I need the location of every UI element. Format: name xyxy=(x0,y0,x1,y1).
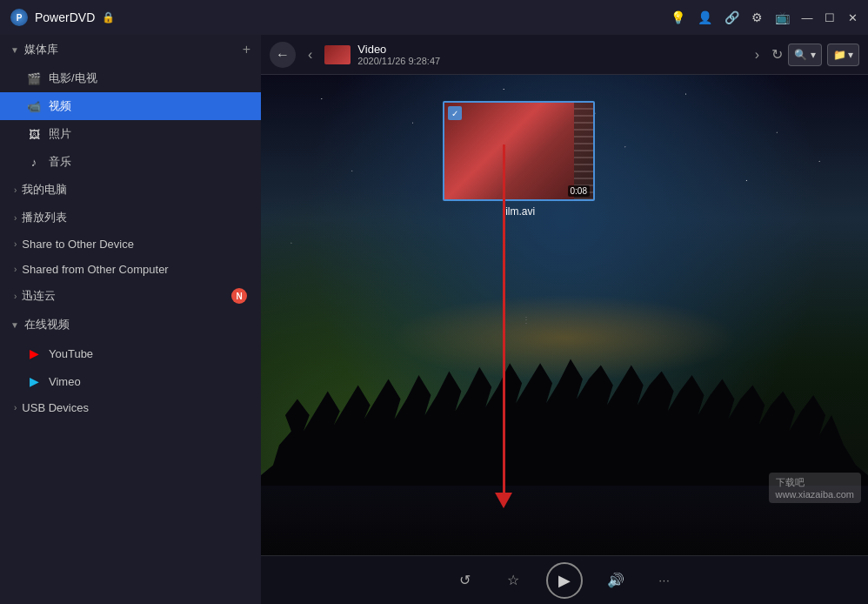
music-icon: ♪ xyxy=(26,154,42,170)
sidebar-collapse-handle[interactable]: ⋮ xyxy=(522,302,531,337)
movies-icon: 🎬 xyxy=(26,70,42,86)
video-thumbnail[interactable]: ✓ 0:08 xyxy=(443,101,595,201)
sidebar-item-video[interactable]: 📹 视频 xyxy=(0,92,261,120)
sidebar-item-photos[interactable]: 🖼 照片 xyxy=(0,120,261,148)
header-right: ↻ 🔍 ▾ 📁 ▾ xyxy=(771,44,859,66)
chevron-right-icon: › xyxy=(14,403,17,413)
volume-button[interactable]: 🔊 xyxy=(600,565,631,596)
content-area: ← ‹ Video 2020/11/26 9:28:47 › ↻ 🔍 ▾ 📁 ▾ xyxy=(261,35,868,604)
sidebar-item-vimeo[interactable]: ▶ Vimeo xyxy=(0,367,261,395)
sidebar-item-music[interactable]: ♪ 音乐 xyxy=(0,148,261,176)
shared-from-other-label: Shared from Other Computer xyxy=(22,263,168,276)
settings-icon[interactable]: ⚙ xyxy=(751,10,763,24)
main-layout: ▼ 媒体库 + 🎬 电影/电视 📹 视频 🖼 照片 ♪ 音乐 › 我的电脑 › xyxy=(0,35,868,604)
header-title-main: Video xyxy=(357,43,440,56)
movies-label: 电影/电视 xyxy=(49,70,247,86)
chevron-down-icon: ▼ xyxy=(10,320,19,330)
sidebar-item-shared-from-other[interactable]: › Shared from Other Computer xyxy=(0,257,261,282)
lock-icon: 🔒 xyxy=(102,11,115,23)
video-thumb-inner: ✓ 0:08 xyxy=(444,103,593,199)
video-check-mark: ✓ xyxy=(448,106,462,120)
more-options-button[interactable]: ··· xyxy=(649,565,680,596)
sidebar-item-usb-devices[interactable]: › USB Devices xyxy=(0,395,261,420)
folder-dropdown-icon: ▾ xyxy=(848,49,853,61)
chevron-right-icon: › xyxy=(14,265,17,274)
chevron-right-icon: › xyxy=(14,239,17,249)
my-computer-label: 我的电脑 xyxy=(22,182,67,198)
watermark: 下载吧www.xiazaiba.com xyxy=(769,473,861,503)
bookmark-button[interactable]: ☆ xyxy=(497,565,529,596)
share-icon[interactable]: 🔗 xyxy=(724,10,739,24)
title-bar-left: P PowerDVD 🔒 xyxy=(10,9,115,26)
chevron-right-icon: › xyxy=(14,292,17,301)
video-icon: 📹 xyxy=(26,98,42,114)
minimize-button[interactable]: — xyxy=(802,12,812,23)
sidebar-item-my-computer[interactable]: › 我的电脑 xyxy=(0,176,261,204)
video-label: 视频 xyxy=(49,98,247,114)
header-title-block: Video 2020/11/26 9:28:47 xyxy=(324,43,742,66)
search-dropdown-icon: ▾ xyxy=(811,49,816,61)
music-label: 音乐 xyxy=(49,154,247,170)
sidebar-item-share-to-other[interactable]: › Share to Other Device xyxy=(0,232,261,257)
replay-button[interactable]: ↺ xyxy=(449,565,480,596)
chevron-right-icon: › xyxy=(14,185,17,195)
folder-icon: 📁 xyxy=(833,49,846,61)
search-icon: 🔍 xyxy=(794,49,807,61)
vimeo-label: Vimeo xyxy=(49,375,247,388)
folder-button[interactable]: 📁 ▾ xyxy=(827,44,859,66)
photos-label: 照片 xyxy=(49,126,247,142)
app-title: PowerDVD xyxy=(35,10,95,24)
app-logo: P xyxy=(10,9,28,26)
header-bar: ← ‹ Video 2020/11/26 9:28:47 › ↻ 🔍 ▾ 📁 ▾ xyxy=(261,35,868,75)
background-area: ✓ 0:08 film.avi 下载吧www.xiazaiba.com xyxy=(261,75,868,555)
vimeo-icon: ▶ xyxy=(26,373,42,389)
sidebar-item-movies[interactable]: 🎬 电影/电视 xyxy=(0,64,261,92)
sidebar-item-playlist[interactable]: › 播放列表 xyxy=(0,204,261,232)
close-button[interactable]: ✕ xyxy=(847,12,858,23)
lamp-icon[interactable]: 💡 xyxy=(671,10,685,24)
xunlei-badge: N xyxy=(231,288,247,304)
bottom-controls: ↺ ☆ ▶ 🔊 ··· xyxy=(261,555,868,604)
chevron-down-icon: ▼ xyxy=(10,45,19,55)
usb-devices-label: USB Devices xyxy=(22,401,89,414)
prev-button[interactable]: ‹ xyxy=(303,44,317,66)
share-to-other-label: Share to Other Device xyxy=(22,238,134,251)
photos-icon: 🖼 xyxy=(26,126,42,142)
maximize-button[interactable]: ☐ xyxy=(825,12,835,23)
title-bar: P PowerDVD 🔒 💡 👤 🔗 ⚙ 📺 — ☐ ✕ xyxy=(0,0,868,35)
chevron-right-icon: › xyxy=(14,213,17,223)
refresh-button[interactable]: ↻ xyxy=(771,46,783,63)
xunlei-label: 迅连云 xyxy=(22,288,56,304)
back-button[interactable]: ← xyxy=(270,42,296,68)
video-duration: 0:08 xyxy=(568,185,590,197)
sidebar-section-media-library[interactable]: ▼ 媒体库 + xyxy=(0,35,261,64)
add-media-button[interactable]: + xyxy=(243,42,250,57)
youtube-label: YouTube xyxy=(49,347,247,360)
video-item-container: ✓ 0:08 film.avi xyxy=(443,101,595,218)
cast-icon[interactable]: 📺 xyxy=(775,10,790,24)
media-library-label: 媒体库 xyxy=(24,42,243,57)
header-title-text: Video 2020/11/26 9:28:47 xyxy=(357,43,440,66)
sky-glow xyxy=(391,294,738,381)
sidebar-section-online-video[interactable]: ▼ 在线视频 xyxy=(0,310,261,339)
sidebar-item-xunlei[interactable]: › 迅连云 N xyxy=(0,282,261,310)
sidebar: ▼ 媒体库 + 🎬 电影/电视 📹 视频 🖼 照片 ♪ 音乐 › 我的电脑 › xyxy=(0,35,261,604)
youtube-icon: ▶ xyxy=(26,346,42,361)
header-title-sub: 2020/11/26 9:28:47 xyxy=(357,56,440,66)
search-box[interactable]: 🔍 ▾ xyxy=(788,44,822,66)
header-thumbnail xyxy=(324,45,351,64)
online-video-label: 在线视频 xyxy=(24,317,250,332)
user-icon[interactable]: 👤 xyxy=(698,10,712,24)
play-button[interactable]: ▶ xyxy=(546,562,583,599)
next-button[interactable]: › xyxy=(750,44,765,66)
playlist-label: 播放列表 xyxy=(22,210,67,225)
video-filename: film.avi xyxy=(443,205,595,218)
title-bar-controls: 💡 👤 🔗 ⚙ 📺 — ☐ ✕ xyxy=(671,10,858,24)
sidebar-item-youtube[interactable]: ▶ YouTube xyxy=(0,339,261,367)
